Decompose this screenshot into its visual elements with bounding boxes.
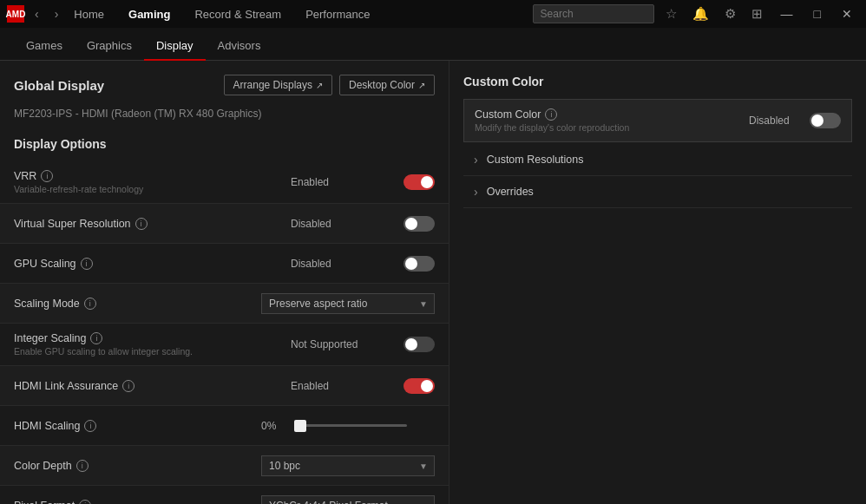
- color-depth-label: Color Depth: [14, 460, 72, 472]
- vsr-row: Virtual Super Resolution i Disabled: [0, 204, 449, 244]
- gpu-scaling-toggle[interactable]: [403, 256, 435, 272]
- bookmark-icon[interactable]: ☆: [661, 4, 681, 23]
- close-button[interactable]: ✕: [835, 5, 859, 23]
- hdmi-scaling-value-col: 0%: [261, 420, 435, 432]
- subnav-display[interactable]: Display: [144, 32, 206, 61]
- gpu-scaling-label: GPU Scaling: [14, 258, 76, 270]
- external-link-icon: ↗: [316, 81, 323, 90]
- color-depth-value-col: 10 bpc: [261, 455, 435, 476]
- scaling-mode-label: Scaling Mode: [14, 298, 80, 310]
- vrr-label: VRR: [14, 170, 36, 182]
- vsr-info-icon[interactable]: i: [135, 218, 148, 230]
- nav-forward-button[interactable]: ›: [49, 5, 64, 23]
- titlebar-left: AMD ‹ › Home Gaming Record & Stream Perf…: [7, 4, 376, 24]
- hdmi-link-assurance-label: HDMI Link Assurance: [14, 380, 118, 392]
- overrides-row[interactable]: › Overrides: [463, 176, 852, 208]
- titlebar: AMD ‹ › Home Gaming Record & Stream Perf…: [0, 0, 866, 28]
- integer-scaling-toggle[interactable]: [403, 337, 435, 352]
- hdmi-link-assurance-toggle[interactable]: [403, 378, 435, 394]
- vsr-value-col: Disabled: [261, 216, 435, 232]
- color-depth-label-col: Color Depth i: [14, 460, 261, 472]
- pixel-format-label: Pixel Format: [14, 500, 75, 505]
- integer-scaling-label: Integer Scaling: [14, 332, 86, 344]
- custom-color-toggle[interactable]: [810, 113, 841, 128]
- integer-scaling-row: Integer Scaling i Enable GPU scaling to …: [0, 324, 449, 366]
- desktop-color-button[interactable]: Desktop Color ↗: [339, 75, 435, 95]
- hdmi-scaling-info-icon[interactable]: i: [84, 420, 96, 432]
- hdmi-link-assurance-info-icon[interactable]: i: [122, 380, 134, 392]
- scaling-mode-row: Scaling Mode i Preserve aspect ratio: [0, 284, 449, 324]
- scaling-mode-dropdown[interactable]: Preserve aspect ratio: [261, 293, 435, 314]
- right-panel: Custom Color Custom Color i Modify the d…: [449, 61, 866, 504]
- custom-resolutions-row[interactable]: › Custom Resolutions: [463, 144, 852, 176]
- nav-back-button[interactable]: ‹: [30, 5, 44, 23]
- arrange-displays-button[interactable]: Arrange Displays ↗: [224, 75, 332, 95]
- vrr-value-text: Enabled: [291, 176, 395, 188]
- subnav-advisors[interactable]: Advisors: [206, 32, 273, 61]
- bell-icon[interactable]: 🔔: [688, 4, 713, 23]
- titlebar-right: ☆ 🔔 ⚙ ⊞ — □ ✕: [533, 4, 859, 23]
- pixel-format-dropdown[interactable]: YCbCr 4:4:4 Pixel Format: [261, 495, 435, 505]
- custom-color-row: Custom Color i Modify the display's colo…: [463, 99, 852, 142]
- integer-scaling-value-text: Not Supported: [291, 338, 395, 350]
- minimize-button[interactable]: —: [774, 5, 800, 23]
- gpu-scaling-info-icon[interactable]: i: [81, 258, 93, 270]
- maximize-button[interactable]: □: [807, 5, 828, 23]
- menu-performance[interactable]: Performance: [300, 4, 375, 24]
- hdmi-link-assurance-value-text: Enabled: [291, 380, 395, 392]
- custom-resolutions-label: Custom Resolutions: [487, 154, 584, 166]
- titlebar-menus: Home Gaming Record & Stream Performance: [69, 4, 375, 24]
- custom-color-label-col: Custom Color i Modify the display's colo…: [475, 108, 749, 133]
- hdmi-link-assurance-label-col: HDMI Link Assurance i: [14, 380, 261, 392]
- display-options-title: Display Options: [0, 132, 449, 161]
- hdmi-scaling-slider[interactable]: [294, 424, 407, 427]
- pixel-format-info-icon[interactable]: i: [79, 500, 91, 505]
- overrides-chevron-icon: ›: [474, 185, 478, 199]
- color-depth-dropdown-wrapper: 10 bpc: [261, 455, 435, 476]
- amd-logo: AMD: [7, 5, 24, 23]
- menu-home[interactable]: Home: [69, 4, 109, 24]
- external-link-icon2: ↗: [418, 81, 425, 90]
- hdmi-scaling-value-text: 0%: [261, 420, 287, 432]
- menu-record-stream[interactable]: Record & Stream: [189, 4, 286, 24]
- monitor-label: MF2203-IPS - HDMI (Radeon (TM) RX 480 Gr…: [0, 104, 449, 132]
- vrr-value-col: Enabled: [261, 174, 435, 190]
- custom-color-sublabel: Modify the display's color reproduction: [475, 122, 749, 133]
- gear-icon[interactable]: ⚙: [720, 4, 740, 23]
- color-depth-row: Color Depth i 10 bpc: [0, 446, 449, 486]
- vrr-sublabel: Variable-refresh-rate technology: [14, 184, 261, 194]
- search-input[interactable]: [533, 4, 654, 23]
- scaling-mode-info-icon[interactable]: i: [84, 298, 96, 310]
- arrange-displays-label: Arrange Displays: [233, 79, 312, 91]
- scaling-mode-dropdown-wrapper: Preserve aspect ratio: [261, 293, 435, 314]
- left-panel: Global Display Arrange Displays ↗ Deskto…: [0, 61, 449, 504]
- subnav: Games Graphics Display Advisors: [0, 28, 866, 61]
- vrr-label-col: VRR i Variable-refresh-rate technology: [14, 170, 261, 194]
- hdmi-scaling-label-col: HDMI Scaling i: [14, 420, 261, 432]
- custom-color-value-text: Disabled: [749, 115, 801, 127]
- vrr-row: VRR i Variable-refresh-rate technology E…: [0, 161, 449, 204]
- vsr-toggle[interactable]: [403, 216, 435, 232]
- hdmi-scaling-slider-container: 0%: [261, 420, 435, 432]
- desktop-color-label: Desktop Color: [349, 79, 415, 91]
- menu-gaming[interactable]: Gaming: [123, 4, 175, 24]
- pixel-format-value-col: YCbCr 4:4:4 Pixel Format: [261, 495, 435, 505]
- custom-color-label-text: Custom Color: [475, 108, 541, 121]
- subnav-graphics[interactable]: Graphics: [75, 32, 144, 61]
- vrr-toggle[interactable]: [403, 174, 435, 190]
- content: Global Display Arrange Displays ↗ Deskto…: [0, 61, 866, 504]
- integer-scaling-info-icon[interactable]: i: [90, 332, 102, 344]
- custom-color-info-icon[interactable]: i: [545, 108, 557, 121]
- hdmi-scaling-label: HDMI Scaling: [14, 420, 80, 432]
- scaling-mode-label-col: Scaling Mode i: [14, 298, 261, 310]
- overrides-label: Overrides: [487, 186, 534, 198]
- pixel-format-row: Pixel Format i YCbCr 4:4:4 Pixel Format: [0, 486, 449, 504]
- color-depth-dropdown[interactable]: 10 bpc: [261, 455, 435, 476]
- hdmi-link-assurance-value-col: Enabled: [261, 378, 435, 394]
- subnav-games[interactable]: Games: [14, 32, 75, 61]
- global-display-title: Global Display: [14, 78, 104, 93]
- color-depth-info-icon[interactable]: i: [76, 460, 89, 472]
- grid-icon[interactable]: ⊞: [747, 4, 767, 23]
- vsr-label: Virtual Super Resolution: [14, 218, 131, 230]
- vrr-info-icon[interactable]: i: [41, 170, 53, 182]
